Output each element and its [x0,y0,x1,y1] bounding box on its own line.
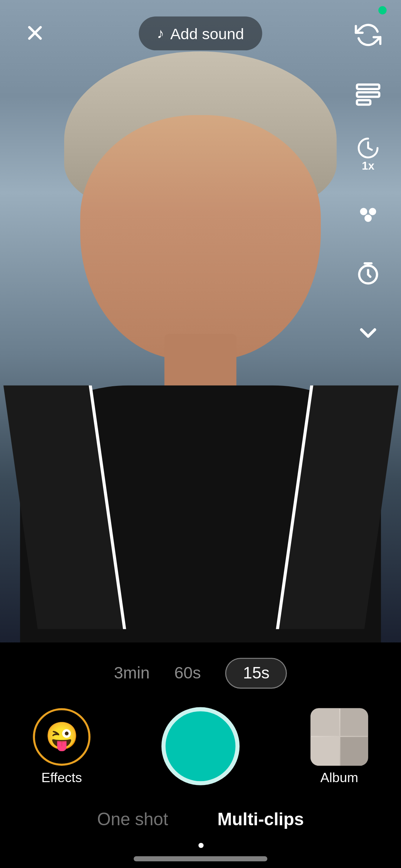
music-icon: ♪ [157,25,164,41]
speed-label: 1x [362,159,374,172]
tab-one-shot[interactable]: One shot [89,806,176,835]
duration-15s[interactable]: 15s [226,658,287,689]
bottom-section: 3min 60s 15s 😜 Effects Album One shot [0,644,401,868]
close-button[interactable] [16,14,53,51]
svg-rect-2 [357,84,379,89]
album-preview [310,708,368,765]
camera-controls: 😜 Effects Album [0,699,401,798]
tab-multi-clips[interactable]: Multi-clips [209,806,312,835]
flip-camera-button[interactable] [348,14,389,55]
more-options-button[interactable] [348,312,389,353]
record-button[interactable] [161,707,240,785]
svg-rect-4 [357,100,370,105]
album-button[interactable]: Album [310,708,368,785]
add-sound-label: Add sound [170,24,244,42]
home-indicator [0,852,401,867]
duration-picker: 3min 60s 15s [0,644,401,699]
mode-tabs: One shot Multi-clips [0,797,401,838]
svg-point-7 [365,215,371,222]
album-cell-4 [340,737,368,765]
right-controls: 1x [348,14,389,353]
svg-point-6 [369,208,376,215]
speed-button[interactable]: 1x [348,134,389,175]
effects-icon-circle: 😜 [33,708,91,765]
svg-rect-3 [357,92,379,97]
album-cell-1 [310,708,339,736]
album-label: Album [320,769,358,785]
album-cell-2 [340,708,368,736]
album-cell-3 [310,737,339,765]
effects-label: Effects [41,769,82,785]
duration-60s[interactable]: 60s [174,664,201,682]
top-bar: ♪ Add sound [0,0,401,60]
duration-3min[interactable]: 3min [114,664,150,682]
effects-button[interactable]: 😜 Effects [33,708,91,785]
effects-emoji-icon: 😜 [45,720,78,752]
beauty-button[interactable] [348,193,389,234]
svg-point-5 [360,208,367,215]
timer-button[interactable] [348,253,389,294]
add-sound-button[interactable]: ♪ Add sound [138,16,262,50]
mode-active-dot [198,843,203,848]
mode-indicator [0,839,401,852]
manage-clips-button[interactable] [348,74,389,115]
home-bar [134,856,267,861]
camera-view [0,0,401,642]
status-indicator [379,6,387,14]
